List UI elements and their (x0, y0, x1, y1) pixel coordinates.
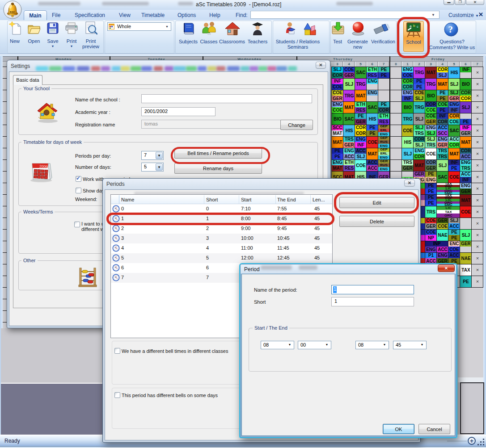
svg-text:asc: asc (10, 10, 15, 13)
svg-text:2006: 2006 (39, 164, 48, 169)
svg-text:?: ? (448, 24, 453, 35)
